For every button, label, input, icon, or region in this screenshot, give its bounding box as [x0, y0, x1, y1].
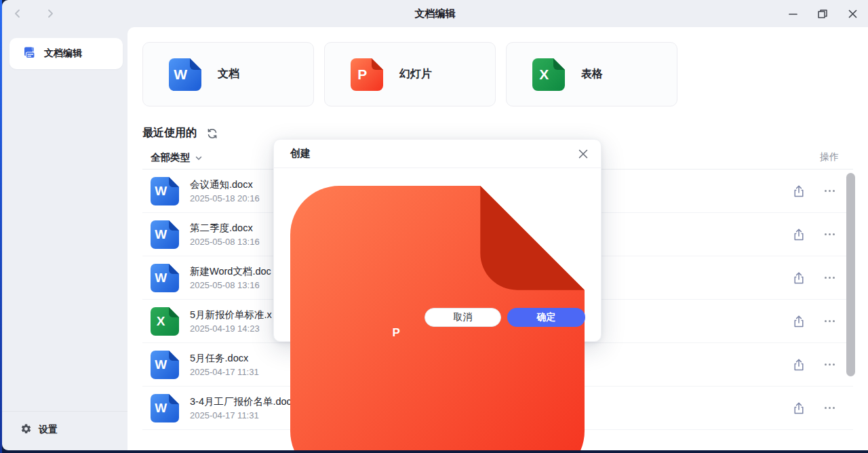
app-window: 文档编辑: [2, 0, 868, 450]
file-type-icon: W: [151, 264, 179, 292]
file-type-icon: X: [532, 58, 565, 91]
sidebar-item-label: 文档编辑: [44, 47, 82, 60]
file-type-icon: X: [151, 307, 179, 336]
file-modified-time: 2025-04-17 11:31: [190, 367, 259, 377]
scrollbar-thumb[interactable]: [846, 173, 855, 376]
share-icon[interactable]: [792, 401, 806, 415]
create-card-word[interactable]: W 文档: [142, 42, 314, 106]
file-name: 新建Word文档.doc: [190, 265, 271, 278]
file-name: 第二季度.docx: [190, 222, 260, 235]
file-modified-time: 2025-05-18 20:16: [190, 193, 260, 203]
file-modified-time: 2025-05-08 13:16: [190, 237, 260, 247]
modal-close-icon[interactable]: [576, 147, 590, 161]
file-type-icon: P: [351, 58, 383, 91]
file-type-icon: W: [151, 177, 179, 205]
more-actions-icon[interactable]: [822, 228, 837, 241]
modal-title: 创建: [290, 147, 311, 160]
refresh-icon[interactable]: [206, 127, 218, 140]
create-card-label: 文档: [218, 67, 239, 81]
titlebar: 文档编辑: [2, 0, 868, 27]
cancel-button[interactable]: 取消: [425, 308, 501, 327]
create-card-ppt[interactable]: P 幻灯片: [324, 42, 496, 106]
share-icon[interactable]: [792, 184, 806, 198]
share-icon[interactable]: [792, 358, 806, 372]
confirm-button[interactable]: 确定: [507, 308, 585, 327]
recent-title: 最近使用的: [142, 126, 197, 140]
create-card-excel[interactable]: X 表格: [506, 42, 677, 106]
sidebar-item-doc-edit[interactable]: 文档编辑: [9, 38, 123, 69]
file-modified-time: 2025-04-19 14:23: [190, 323, 272, 334]
file-name: 会议通知.docx: [190, 178, 260, 191]
create-cards-row: W 文档 P 幻灯片 X 表格: [142, 42, 868, 106]
share-icon[interactable]: [792, 315, 806, 328]
more-actions-icon[interactable]: [822, 401, 837, 415]
close-icon[interactable]: [846, 7, 859, 20]
more-actions-icon[interactable]: [822, 271, 837, 285]
more-actions-icon[interactable]: [822, 184, 837, 198]
file-name: 5月任务.docx: [190, 352, 259, 365]
document-edit-icon: [23, 46, 36, 62]
file-modified-time: 2025-05-08 13:16: [190, 280, 271, 290]
sidebar-divider: [2, 411, 127, 412]
create-card-label: 幻灯片: [399, 67, 432, 81]
share-icon[interactable]: [792, 271, 806, 285]
sidebar: 文档编辑 设置: [2, 27, 127, 450]
minimize-icon[interactable]: [787, 7, 799, 20]
sidebar-item-settings[interactable]: 设置: [20, 419, 58, 441]
file-type-icon: W: [151, 351, 179, 379]
create-card-label: 表格: [581, 67, 603, 81]
gear-icon: [20, 423, 32, 437]
restore-icon[interactable]: [816, 7, 829, 20]
type-filter-dropdown[interactable]: 全部类型: [142, 151, 203, 164]
settings-label: 设置: [39, 424, 58, 436]
file-type-icon: W: [151, 394, 179, 422]
share-icon[interactable]: [792, 228, 806, 241]
file-type-icon: W: [151, 220, 179, 249]
more-actions-icon[interactable]: [822, 358, 837, 372]
actions-column-header: 操作: [820, 151, 839, 163]
type-filter-label: 全部类型: [151, 151, 190, 164]
more-actions-icon[interactable]: [822, 315, 837, 328]
window-title: 文档编辑: [2, 0, 868, 27]
file-name: 5月新报价单标准.x: [190, 309, 272, 321]
create-modal: 创建 P 名称 存储位置: [273, 139, 601, 342]
chevron-down-icon: [195, 154, 203, 162]
file-type-icon: W: [169, 58, 201, 91]
